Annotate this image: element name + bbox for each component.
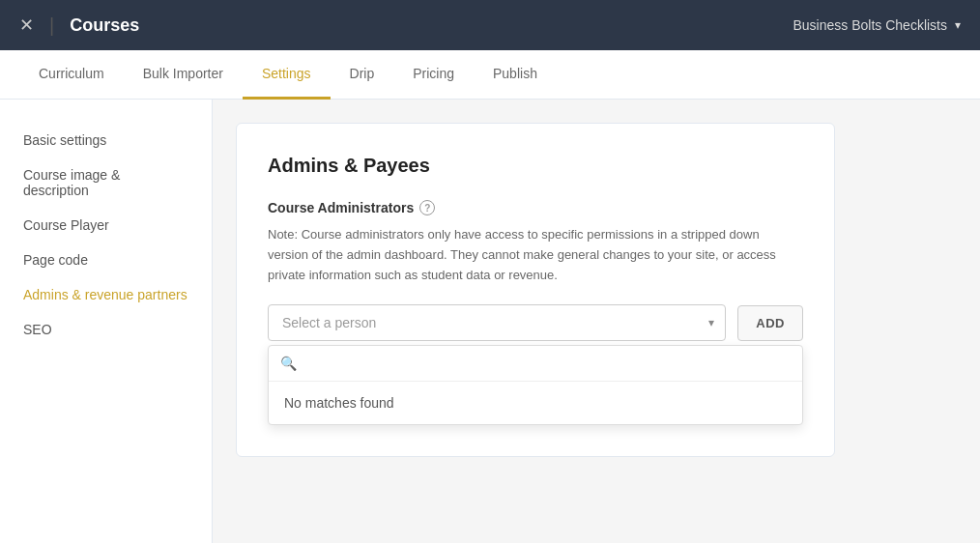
sidebar-item-admins-revenue[interactable]: Admins & revenue partners (0, 277, 212, 312)
card-title: Admins & Payees (268, 155, 803, 177)
select-wrapper: Select a person ▾ (268, 304, 726, 341)
search-input[interactable] (304, 356, 791, 371)
search-row: 🔍 (269, 346, 802, 382)
section-title: Course Administrators ? (268, 200, 803, 215)
tab-bar: Curriculum Bulk Importer Settings Drip P… (0, 50, 980, 100)
tab-drip[interactable]: Drip (331, 50, 394, 100)
content-area: Admins & Payees Course Administrators ? … (213, 100, 980, 543)
top-bar: ✕ | Courses Business Bolts Checklists ▾ (0, 0, 980, 50)
main-card: Admins & Payees Course Administrators ? … (236, 123, 835, 457)
divider: | (49, 14, 54, 37)
note-text: Note: Course administrators only have ac… (268, 225, 803, 285)
tab-curriculum[interactable]: Curriculum (19, 50, 124, 100)
person-select[interactable]: Select a person (268, 304, 726, 341)
sidebar-item-basic-settings[interactable]: Basic settings (0, 123, 212, 157)
chevron-down-icon: ▾ (955, 18, 961, 32)
tab-bulk-importer[interactable]: Bulk Importer (124, 50, 243, 100)
sidebar: Basic settings Course image & descriptio… (0, 100, 213, 543)
tab-publish[interactable]: Publish (474, 50, 557, 100)
dropdown-panel: 🔍 No matches found (268, 345, 803, 425)
course-name: Business Bolts Checklists (793, 17, 947, 33)
main-layout: Basic settings Course image & descriptio… (0, 100, 980, 543)
sidebar-item-seo[interactable]: SEO (0, 312, 212, 347)
select-row: Select a person ▾ ADD (268, 304, 803, 341)
tab-pricing[interactable]: Pricing (393, 50, 474, 100)
tab-settings[interactable]: Settings (243, 50, 331, 100)
no-matches-text: No matches found (269, 382, 802, 424)
page-title: Courses (70, 15, 777, 36)
sidebar-item-course-image[interactable]: Course image & description (0, 157, 212, 208)
close-icon[interactable]: ✕ (19, 14, 34, 36)
sidebar-item-course-player[interactable]: Course Player (0, 208, 212, 243)
add-button[interactable]: ADD (737, 305, 803, 341)
section-title-text: Course Administrators (268, 200, 414, 215)
course-selector[interactable]: Business Bolts Checklists ▾ (793, 17, 961, 33)
info-icon[interactable]: ? (419, 200, 435, 215)
search-icon: 🔍 (280, 356, 297, 371)
sidebar-item-page-code[interactable]: Page code (0, 243, 212, 277)
